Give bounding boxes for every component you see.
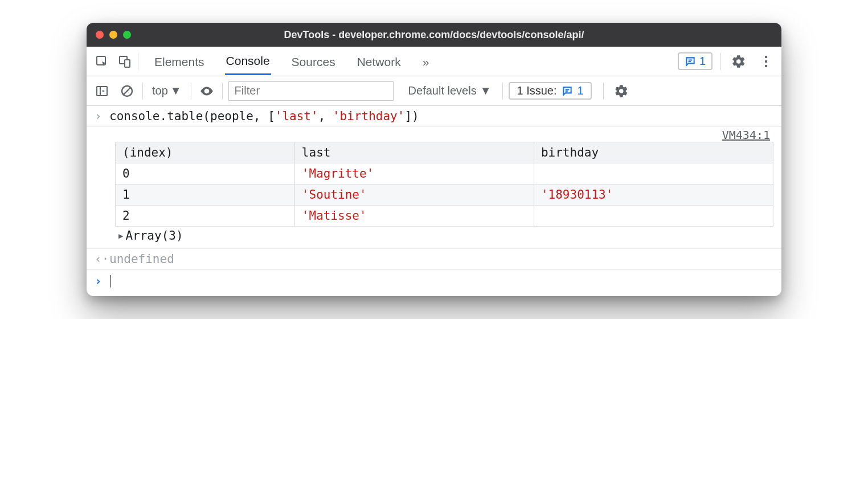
devtools-window: DevTools - developer.chrome.com/docs/dev… <box>87 23 781 296</box>
log-levels-selector[interactable]: Default levels ▼ <box>408 84 492 97</box>
clear-console-icon[interactable] <box>117 81 137 101</box>
text-cursor <box>110 275 111 287</box>
table-row[interactable]: 2 'Matisse' <box>116 206 773 227</box>
filter-input[interactable] <box>228 81 394 101</box>
message-icon <box>562 85 573 97</box>
tab-elements[interactable]: Elements <box>153 48 206 75</box>
console-table-output: (index) last birthday 0 'Magritte' 1 'So… <box>87 142 781 248</box>
return-value: undefined <box>109 252 174 266</box>
chevron-down-icon: ▼ <box>170 84 182 97</box>
col-index[interactable]: (index) <box>116 142 295 163</box>
svg-point-5 <box>765 64 767 67</box>
messages-chip[interactable]: 1 <box>678 52 713 70</box>
separator <box>603 83 604 100</box>
tab-console[interactable]: Console <box>225 47 271 75</box>
chevron-down-icon: ▼ <box>480 84 492 97</box>
console-prompt-line[interactable]: › <box>87 270 781 296</box>
separator <box>191 83 191 100</box>
col-last[interactable]: last <box>294 142 534 163</box>
prompt-chevron-icon: › <box>95 274 109 288</box>
console-settings-gear-icon[interactable] <box>612 81 631 101</box>
console-output: › console.table(people, ['last', 'birthd… <box>87 106 781 296</box>
svg-point-4 <box>765 60 767 62</box>
minimize-window-button[interactable] <box>109 31 117 39</box>
separator <box>502 83 503 100</box>
window-title: DevTools - developer.chrome.com/docs/dev… <box>87 29 781 41</box>
maximize-window-button[interactable] <box>123 31 131 39</box>
array-summary: Array(3) <box>125 229 183 243</box>
tabs-overflow-button[interactable]: » <box>421 48 431 75</box>
console-toolbar: top ▼ Default levels ▼ 1 Issue: 1 <box>87 76 781 106</box>
separator <box>142 83 143 100</box>
device-toolbar-icon[interactable] <box>115 52 134 71</box>
issues-label: 1 Issue: <box>517 84 556 97</box>
toggle-sidebar-icon[interactable] <box>92 81 112 101</box>
array-expander[interactable]: ▶ Array(3) <box>115 227 773 247</box>
svg-point-3 <box>765 55 767 57</box>
console-return-row: ‹· undefined <box>87 248 781 270</box>
svg-rect-2 <box>125 60 130 67</box>
tab-network[interactable]: Network <box>356 48 402 75</box>
context-selector[interactable]: top ▼ <box>149 84 185 97</box>
console-command[interactable]: console.table(people, ['last', 'birthday… <box>109 109 419 123</box>
separator <box>720 53 721 70</box>
panel-tabs: Elements Console Sources Network » <box>153 47 430 75</box>
table-row[interactable]: 0 'Magritte' <box>116 163 773 184</box>
more-options-icon[interactable] <box>756 52 776 71</box>
svg-rect-6 <box>97 87 107 96</box>
messages-count: 1 <box>699 55 706 68</box>
table-row[interactable]: 1 'Soutine' '18930113' <box>116 184 773 206</box>
issues-chip[interactable]: 1 Issue: 1 <box>509 82 591 100</box>
result-table[interactable]: (index) last birthday 0 'Magritte' 1 'So… <box>115 142 773 227</box>
devtools-tabbar: Elements Console Sources Network » 1 <box>87 47 781 76</box>
settings-gear-icon[interactable] <box>729 52 748 71</box>
context-label: top <box>152 84 168 97</box>
message-icon <box>685 56 696 67</box>
triangle-right-icon: ▶ <box>118 231 123 240</box>
console-input-echo: › console.table(people, ['last', 'birthd… <box>87 106 781 127</box>
col-birthday[interactable]: birthday <box>534 142 773 163</box>
svg-line-8 <box>124 88 130 95</box>
input-chevron-icon: › <box>95 109 109 123</box>
tab-sources[interactable]: Sources <box>290 48 337 75</box>
output-chevron-icon: ‹· <box>95 252 109 266</box>
log-levels-label: Default levels <box>408 84 477 97</box>
inspect-element-icon[interactable] <box>92 52 112 71</box>
separator <box>138 53 138 70</box>
source-link[interactable]: VM434:1 <box>722 128 773 142</box>
separator <box>222 83 223 100</box>
window-controls <box>96 31 131 39</box>
close-window-button[interactable] <box>96 31 104 39</box>
table-header-row: (index) last birthday <box>116 142 773 163</box>
window-titlebar: DevTools - developer.chrome.com/docs/dev… <box>87 23 781 47</box>
live-expression-eye-icon[interactable] <box>197 81 216 101</box>
issues-count: 1 <box>578 84 584 97</box>
